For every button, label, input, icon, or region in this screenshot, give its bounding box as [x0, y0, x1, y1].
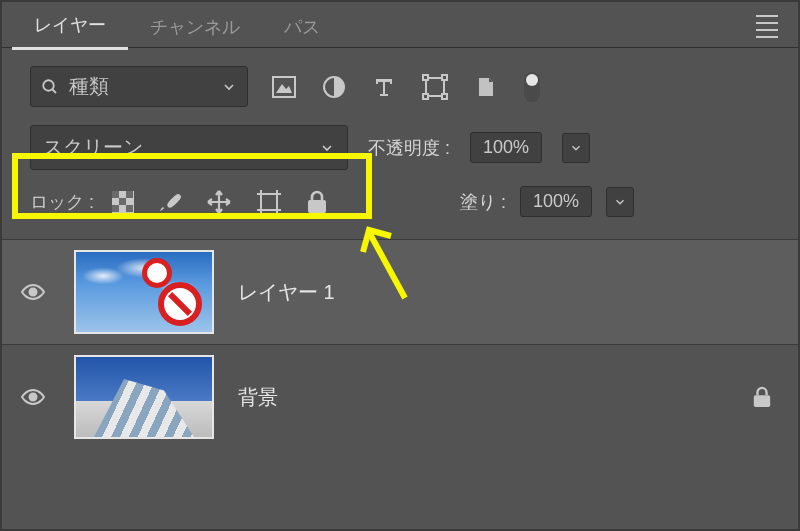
lock-fill-row: ロック : 塗り : 100%: [2, 170, 798, 217]
tab-channels[interactable]: チャンネル: [128, 5, 262, 49]
layer-item[interactable]: 背景: [2, 344, 798, 449]
lock-transparency-icon[interactable]: [112, 191, 134, 213]
layer-thumbnail[interactable]: [74, 250, 214, 334]
search-icon: [41, 78, 59, 96]
lock-all-icon[interactable]: [306, 190, 328, 214]
blend-mode-dropdown[interactable]: スクリーン: [30, 125, 348, 170]
filter-type-dropdown[interactable]: 種類: [30, 66, 248, 107]
svg-rect-16: [261, 194, 277, 210]
filter-toggle-icon[interactable]: [524, 72, 540, 102]
svg-rect-9: [442, 94, 447, 99]
fill-label: 塗り :: [460, 190, 506, 214]
svg-rect-6: [423, 75, 428, 80]
fill-input[interactable]: 100%: [520, 186, 592, 217]
layer-item[interactable]: レイヤー 1: [2, 239, 798, 344]
eye-icon: [20, 282, 46, 302]
filter-shape-icon[interactable]: [422, 74, 448, 100]
svg-point-26: [30, 289, 37, 296]
lock-position-icon[interactable]: [206, 189, 232, 215]
lock-label: ロック :: [30, 190, 94, 214]
layer-name[interactable]: レイヤー 1: [238, 279, 335, 306]
tab-paths[interactable]: パス: [262, 5, 342, 49]
svg-rect-12: [126, 191, 133, 198]
lock-brush-icon[interactable]: [158, 190, 182, 214]
filter-row: 種類: [2, 48, 798, 107]
opacity-input[interactable]: 100%: [470, 132, 542, 163]
filter-smartobject-icon[interactable]: [474, 75, 498, 99]
eye-icon: [20, 387, 46, 407]
filter-adjustment-icon[interactable]: [322, 75, 346, 99]
filter-type-icon[interactable]: [372, 75, 396, 99]
opacity-stepper[interactable]: [562, 133, 590, 163]
opacity-label: 不透明度 :: [368, 136, 450, 160]
svg-rect-8: [423, 94, 428, 99]
filter-pixel-icon[interactable]: [272, 76, 296, 98]
filter-type-label: 種類: [69, 73, 109, 100]
opacity-value: 100%: [483, 137, 529, 158]
fill-stepper[interactable]: [606, 187, 634, 217]
panel-tabs: レイヤー チャンネル パス: [2, 6, 798, 48]
svg-point-0: [43, 80, 54, 91]
svg-line-1: [52, 89, 56, 93]
layer-name[interactable]: 背景: [238, 384, 278, 411]
chevron-down-icon: [221, 79, 237, 95]
fill-value: 100%: [533, 191, 579, 212]
blend-mode-value: スクリーン: [43, 134, 143, 161]
svg-rect-7: [442, 75, 447, 80]
layer-lock-indicator[interactable]: [752, 386, 772, 408]
lock-icon: [752, 386, 772, 408]
svg-rect-25: [308, 200, 326, 213]
chevron-down-icon: [319, 140, 335, 156]
svg-point-27: [30, 394, 37, 401]
svg-rect-11: [112, 191, 119, 198]
chevron-down-icon: [613, 195, 627, 209]
visibility-toggle[interactable]: [20, 387, 50, 407]
filter-icon-strip: [272, 72, 540, 102]
svg-marker-3: [276, 84, 292, 93]
layers-panel: レイヤー チャンネル パス 種類 スクリーン 不透明度 : 100%: [0, 0, 800, 531]
visibility-toggle[interactable]: [20, 282, 50, 302]
tab-layers[interactable]: レイヤー: [12, 3, 128, 50]
svg-rect-28: [754, 395, 770, 407]
svg-rect-15: [126, 205, 133, 212]
lock-icons: [112, 189, 328, 215]
panel-menu-icon[interactable]: [756, 15, 778, 38]
chevron-down-icon: [569, 141, 583, 155]
layer-thumbnail[interactable]: [74, 355, 214, 439]
blend-opacity-row: スクリーン 不透明度 : 100%: [2, 107, 798, 170]
lock-artboard-icon[interactable]: [256, 189, 282, 215]
svg-rect-13: [119, 198, 126, 205]
svg-rect-14: [112, 205, 119, 212]
layers-list: レイヤー 1 背景: [2, 239, 798, 449]
